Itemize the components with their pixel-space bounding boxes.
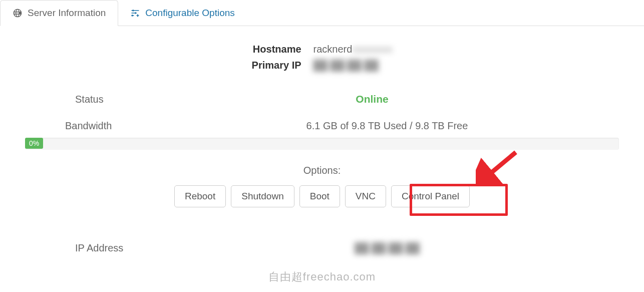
content-area: Hostname Primary IP racknerdxxxxxxxx ██.… [0,26,644,269]
control-panel-button[interactable]: Control Panel [391,185,470,207]
bandwidth-label: Bandwidth [25,120,155,132]
ip-address-section: IP Address ██.██.██.██ [25,242,619,254]
boot-button[interactable]: Boot [299,185,340,207]
svg-point-2 [132,15,133,16]
options-section: Options: Reboot Shutdown Boot VNC Contro… [25,165,619,207]
bandwidth-section: Bandwidth 6.1 GB of 9.8 TB Used / 9.8 TB… [25,120,619,132]
shutdown-button[interactable]: Shutdown [231,185,294,207]
tab-label: Configurable Options [145,8,235,19]
hostname-value: racknerdxxxxxxxx [313,41,393,57]
ip-address-value: ██.██.██.██ [155,242,619,254]
status-label: Status [25,94,125,105]
sliders-icon [130,8,140,18]
options-button-row: Reboot Shutdown Boot VNC Control Panel [25,185,619,207]
svg-point-1 [135,12,136,14]
bandwidth-value: 6.1 GB of 9.8 TB Used / 9.8 TB Free [155,120,619,132]
globe-icon [13,8,23,18]
watermark-text: 自由超freechao.com [268,269,376,284]
primary-ip-value: ██.██.██.██ [313,57,393,73]
tab-label: Server Information [28,8,106,19]
tab-server-information[interactable]: Server Information [0,0,118,26]
primary-ip-label: Primary IP [252,57,301,73]
hostname-label: Hostname [252,41,301,57]
progress-percent-badge: 0% [25,138,43,149]
tabs-container: Server Information Configurable Options [0,0,644,26]
bandwidth-progress: 0% [25,138,619,150]
reboot-button[interactable]: Reboot [174,185,226,207]
status-value: Online [125,93,619,105]
ip-address-label: IP Address [25,242,155,254]
vnc-button[interactable]: VNC [345,185,386,207]
server-info-block: Hostname Primary IP racknerdxxxxxxxx ██.… [25,41,619,73]
tab-configurable-options[interactable]: Configurable Options [118,0,247,26]
svg-point-0 [132,10,134,11]
status-section: Status Online [25,93,619,105]
options-title: Options: [25,165,619,176]
